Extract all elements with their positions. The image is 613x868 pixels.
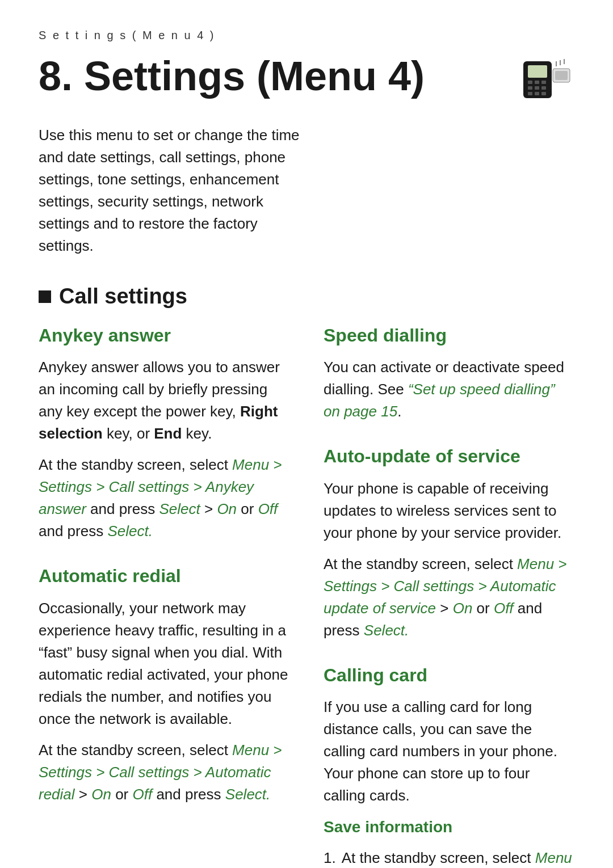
auto-update-section: Auto-update of service Your phone is cap… <box>324 443 574 641</box>
svg-rect-6 <box>535 86 539 90</box>
save-info-list: 1. At the standby screen, select Menu > … <box>324 847 574 868</box>
anykey-on: On <box>217 500 237 517</box>
svg-rect-10 <box>541 92 546 95</box>
call-settings-title: Call settings <box>59 281 187 312</box>
svg-rect-3 <box>535 81 539 84</box>
bold-end: End <box>154 425 182 442</box>
anykey-answer-title: Anykey answer <box>39 322 289 348</box>
step1-text: At the standby screen, select Menu > Set… <box>342 847 574 868</box>
auto-update-title: Auto-update of service <box>324 443 574 469</box>
svg-rect-1 <box>528 65 547 78</box>
speed-dialling-section: Speed dialling You can activate or deact… <box>324 322 574 423</box>
speed-dialling-title: Speed dialling <box>324 322 574 348</box>
autoupdate-off: Off <box>494 600 514 617</box>
phone-icon <box>512 58 574 104</box>
auto-update-body: Your phone is capable of receiving updat… <box>324 478 574 544</box>
anykey-answer-section: Anykey answer Anykey answer allows you t… <box>39 322 289 542</box>
save-info-step-1: 1. At the standby screen, select Menu > … <box>324 847 574 868</box>
left-column: Anykey answer Anykey answer allows you t… <box>39 322 289 826</box>
svg-rect-2 <box>528 81 532 84</box>
redial-off: Off <box>133 786 153 803</box>
save-information-title: Save information <box>324 816 574 839</box>
automatic-redial-body: Occasionally, your network may experienc… <box>39 597 289 730</box>
auto-update-instruction: At the standby screen, select Menu > Set… <box>324 553 574 642</box>
speed-dialling-link: “Set up speed dialling” on page 15 <box>324 381 555 420</box>
automatic-redial-section: Automatic redial Occasionally, your netw… <box>39 563 289 805</box>
anykey-off: Off <box>258 500 278 517</box>
call-settings-heading: Call settings <box>39 281 574 312</box>
svg-rect-8 <box>528 92 532 95</box>
anykey-answer-instruction: At the standby screen, select Menu > Set… <box>39 454 289 542</box>
automatic-redial-title: Automatic redial <box>39 563 289 589</box>
intro-paragraph: Use this menu to set or change the time … <box>39 124 300 257</box>
calling-card-title: Calling card <box>324 662 574 688</box>
svg-rect-12 <box>555 71 568 80</box>
right-column: Speed dialling You can activate or deact… <box>324 322 574 868</box>
redial-on: On <box>91 786 111 803</box>
calling-card-body: If you use a calling card for long dista… <box>324 696 574 807</box>
anykey-select2: Select. <box>107 523 153 540</box>
svg-rect-9 <box>535 92 539 95</box>
breadcrumb: S e t t i n g s ( M e n u 4 ) <box>39 27 574 44</box>
svg-rect-4 <box>541 81 546 84</box>
svg-rect-5 <box>528 86 532 90</box>
svg-rect-7 <box>541 86 546 90</box>
calling-card-section: Calling card If you use a calling card f… <box>324 662 574 868</box>
page-title: 8. Settings (Menu 4) <box>39 54 425 99</box>
two-column-layout: Anykey answer Anykey answer allows you t… <box>39 322 574 868</box>
autoupdate-menu-link: Menu > Settings > Call settings > Automa… <box>324 555 567 617</box>
anykey-select: Select <box>159 500 200 517</box>
redial-select: Select. <box>225 786 271 803</box>
section-square-icon <box>39 290 51 303</box>
anykey-answer-body: Anykey answer allows you to answer an in… <box>39 356 289 445</box>
step1-num: 1. <box>324 847 336 868</box>
autoupdate-select: Select. <box>364 622 409 639</box>
speed-dialling-body: You can activate or deactivate speed dia… <box>324 356 574 423</box>
title-row: 8. Settings (Menu 4) <box>39 54 574 104</box>
step1-link: Menu > Settings > Call settings > Callin… <box>342 849 572 868</box>
autoupdate-on: On <box>453 600 473 617</box>
automatic-redial-instruction: At the standby screen, select Menu > Set… <box>39 739 289 806</box>
